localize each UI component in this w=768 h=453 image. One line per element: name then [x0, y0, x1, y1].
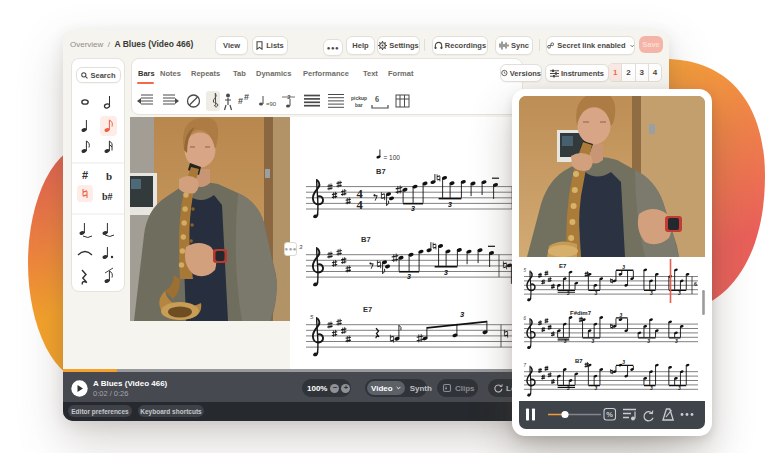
svg-text:3: 3 — [567, 290, 570, 296]
svg-text:B7: B7 — [376, 167, 386, 176]
svg-text:= 100: = 100 — [384, 154, 401, 161]
svg-text:=90: =90 — [266, 101, 277, 107]
svg-text:%: % — [606, 410, 613, 419]
svg-text:3: 3 — [678, 290, 681, 296]
svg-text:3: 3 — [564, 338, 567, 344]
svg-text:bar: bar — [355, 102, 363, 108]
svg-text:#: # — [82, 169, 88, 181]
svg-text:6: 6 — [524, 316, 527, 321]
svg-text:6: 6 — [375, 95, 379, 104]
svg-text:F#dim7: F#dim7 — [570, 310, 592, 316]
svg-text:3: 3 — [622, 359, 625, 365]
svg-text:3: 3 — [407, 273, 411, 280]
svg-text:3: 3 — [592, 338, 595, 344]
svg-text:b: b — [106, 170, 112, 182]
svg-text:3: 3 — [650, 385, 653, 391]
svg-text:7: 7 — [524, 363, 527, 368]
svg-text:3: 3 — [299, 244, 303, 250]
svg-text:3: 3 — [595, 290, 598, 296]
svg-text:B7: B7 — [361, 235, 371, 244]
svg-text:3: 3 — [448, 201, 452, 208]
svg-text:E7: E7 — [363, 305, 372, 314]
svg-text:4: 4 — [357, 198, 364, 212]
svg-text:3: 3 — [595, 385, 598, 391]
svg-text:5: 5 — [310, 314, 314, 320]
svg-text:3: 3 — [619, 312, 622, 318]
svg-text:3: 3 — [622, 264, 625, 270]
svg-text:#: # — [244, 92, 249, 102]
svg-text:pickup: pickup — [351, 95, 367, 101]
svg-text:3: 3 — [567, 385, 570, 391]
svg-text:3: 3 — [647, 338, 650, 344]
svg-text:#: # — [238, 96, 243, 106]
svg-text:6: 6 — [694, 281, 697, 287]
svg-text:B7: B7 — [575, 358, 583, 364]
svg-text:3: 3 — [460, 310, 465, 319]
svg-text:E7: E7 — [559, 263, 567, 269]
svg-text:b#: b# — [102, 191, 113, 202]
svg-text:3: 3 — [678, 385, 681, 391]
svg-text:3: 3 — [444, 269, 448, 276]
svg-text:3: 3 — [650, 290, 653, 296]
svg-text:3: 3 — [411, 205, 415, 212]
svg-text:3: 3 — [675, 338, 678, 344]
svg-text:5: 5 — [524, 268, 527, 273]
